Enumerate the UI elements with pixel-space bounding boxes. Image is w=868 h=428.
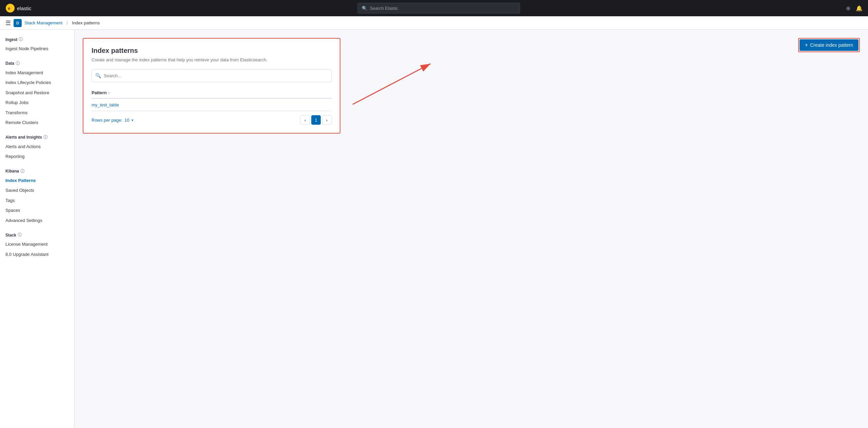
page-1-button[interactable]: 1 <box>311 115 321 125</box>
breadcrumb-bar: ☰ D Stack Management / Index patterns <box>0 16 868 30</box>
sidebar-section-title-stack: Stack ⓘ <box>0 231 74 239</box>
sidebar-item-spaces[interactable]: Spaces <box>0 205 74 216</box>
page-controls: ‹ 1 › <box>300 115 332 125</box>
breadcrumb-parent[interactable]: Stack Management <box>24 20 62 25</box>
sidebar-item-tags[interactable]: Tags <box>0 196 74 206</box>
sidebar-item-advanced-settings[interactable]: Advanced Settings <box>0 216 74 226</box>
rows-per-page-control[interactable]: Rows per page: 10 ▾ <box>92 118 133 123</box>
plus-icon: + <box>805 42 808 48</box>
pattern-link-my_test_table[interactable]: my_test_table <box>92 102 119 107</box>
global-search-bar[interactable]: 🔍 Search Elastic <box>357 3 520 14</box>
search-input-icon: 🔍 <box>95 73 101 78</box>
sidebar-item-snapshot-and-restore[interactable]: Snapshot and Restore <box>0 88 74 98</box>
panel-title: Index patterns <box>92 47 332 55</box>
sidebar-item-index-patterns[interactable]: Index Patterns <box>0 176 74 186</box>
main-layout: Ingest ⓘIngest Node PipelinesData ⓘIndex… <box>0 30 868 428</box>
panel-subtitle: Create and manage the index patterns tha… <box>92 57 332 62</box>
sidebar-section-stack: Stack ⓘLicense Management8.0 Upgrade Ass… <box>0 231 74 259</box>
sidebar-item-license-management[interactable]: License Management <box>0 239 74 249</box>
pattern-column-label: Pattern <box>92 90 107 95</box>
elastic-logo[interactable]: e elastic <box>5 3 32 13</box>
help-icon[interactable]: ⊕ <box>846 5 850 12</box>
top-navigation: e elastic 🔍 Search Elastic ⊕ 🔔 <box>0 0 868 16</box>
pagination-bar: Rows per page: 10 ▾ ‹ 1 › <box>92 111 332 125</box>
sidebar-section-title-data: Data ⓘ <box>0 59 74 68</box>
info-icon[interactable]: ⓘ <box>19 37 23 42</box>
sidebar-section-title-ingest: Ingest ⓘ <box>0 35 74 44</box>
info-icon[interactable]: ⓘ <box>18 232 22 238</box>
sidebar-item-remote-clusters[interactable]: Remote Clusters <box>0 118 74 128</box>
main-content: + Create index pattern Index patterns Cr… <box>75 30 868 428</box>
sidebar-item-index-lifecycle-policies[interactable]: Index Lifecycle Policies <box>0 78 74 88</box>
table-header: Pattern ↑ <box>92 87 332 99</box>
section-title-text: Stack <box>5 233 16 238</box>
info-icon[interactable]: ⓘ <box>43 135 47 140</box>
info-icon[interactable]: ⓘ <box>20 168 24 174</box>
section-title-text: Data <box>5 61 14 66</box>
sidebar-item-ingest-node-pipelines[interactable]: Ingest Node Pipelines <box>0 44 74 54</box>
sidebar-item-reporting[interactable]: Reporting <box>0 151 74 162</box>
section-title-text: Kibana <box>5 169 19 174</box>
table-row: my_test_table <box>92 99 332 111</box>
sidebar-item-alerts-and-actions[interactable]: Alerts and Actions <box>0 142 74 152</box>
search-icon: 🔍 <box>362 6 367 11</box>
pattern-column-header[interactable]: Pattern ↑ <box>92 90 110 95</box>
create-button-label: Create index pattern <box>810 42 853 48</box>
create-index-pattern-button-wrapper: + Create index pattern <box>798 38 860 52</box>
breadcrumb-separator: / <box>66 20 68 26</box>
svg-line-3 <box>353 64 431 104</box>
nav-right-icons: ⊕ 🔔 <box>846 5 863 12</box>
sidebar: Ingest ⓘIngest Node PipelinesData ⓘIndex… <box>0 30 75 428</box>
index-patterns-panel: Index patterns Create and manage the ind… <box>83 38 340 134</box>
sidebar-section-alerts-and-insights: Alerts and Insights ⓘAlerts and ActionsR… <box>0 133 74 162</box>
sidebar-section-ingest: Ingest ⓘIngest Node Pipelines <box>0 35 74 54</box>
notification-icon[interactable]: 🔔 <box>856 5 863 12</box>
avatar: D <box>14 19 22 27</box>
sort-ascending-icon: ↑ <box>108 91 110 95</box>
global-search-wrapper: 🔍 Search Elastic <box>36 3 842 14</box>
pattern-search-input[interactable] <box>104 73 328 78</box>
rows-per-page-chevron-icon: ▾ <box>132 118 133 122</box>
section-title-text: Ingest <box>5 37 17 42</box>
section-title-text: Alerts and Insights <box>5 135 42 140</box>
elastic-logo-text: elastic <box>17 5 32 11</box>
next-page-button[interactable]: › <box>322 115 332 125</box>
sidebar-item-saved-objects[interactable]: Saved Objects <box>0 185 74 196</box>
create-index-pattern-button[interactable]: + Create index pattern <box>800 39 859 51</box>
search-bar-placeholder: Search Elastic <box>370 6 398 11</box>
sidebar-section-title-alerts-and-insights: Alerts and Insights ⓘ <box>0 133 74 142</box>
pattern-search-wrapper: 🔍 <box>92 69 332 82</box>
sidebar-item-index-management[interactable]: Index Management <box>0 68 74 78</box>
sidebar-item-rollup-jobs[interactable]: Rollup Jobs <box>0 98 74 108</box>
sidebar-section-title-kibana: Kibana ⓘ <box>0 167 74 176</box>
prev-page-button[interactable]: ‹ <box>300 115 310 125</box>
index-patterns-table-body: my_test_table <box>92 99 332 111</box>
rows-per-page-label: Rows per page: <box>92 118 122 123</box>
hamburger-menu-icon[interactable]: ☰ <box>5 19 11 27</box>
svg-text:e: e <box>8 6 10 11</box>
sidebar-item-upgrade-assistant[interactable]: 8.0 Upgrade Assistant <box>0 249 74 260</box>
sidebar-section-kibana: Kibana ⓘIndex PatternsSaved ObjectsTagsS… <box>0 167 74 226</box>
breadcrumb-current: Index patterns <box>72 20 100 25</box>
sidebar-item-transforms[interactable]: Transforms <box>0 108 74 118</box>
info-icon[interactable]: ⓘ <box>16 61 20 66</box>
sidebar-section-data: Data ⓘIndex ManagementIndex Lifecycle Po… <box>0 59 74 128</box>
rows-per-page-value: 10 <box>124 118 129 123</box>
